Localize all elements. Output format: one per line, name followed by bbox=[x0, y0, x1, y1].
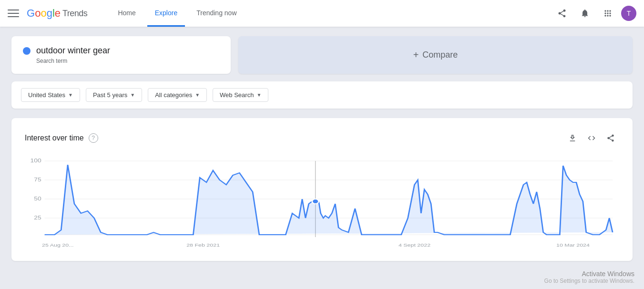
watermark-sub: Go to Settings to activate Windows. bbox=[544, 278, 634, 284]
chart-section: Interest over time ? bbox=[11, 118, 633, 261]
chart-share-button[interactable] bbox=[602, 130, 619, 147]
nav-explore[interactable]: Explore bbox=[147, 0, 185, 27]
search-term-row: outdoor winter gear bbox=[23, 46, 219, 56]
search-term-text: outdoor winter gear bbox=[36, 46, 110, 56]
chart-title: Interest over time bbox=[25, 134, 84, 142]
svg-text:25 Aug 20...: 25 Aug 20... bbox=[42, 243, 73, 248]
chart-actions bbox=[564, 130, 619, 147]
nav-home[interactable]: Home bbox=[110, 0, 143, 27]
filter-search-type[interactable]: Web Search ▼ bbox=[213, 88, 268, 102]
embed-button[interactable] bbox=[583, 130, 600, 147]
svg-text:100: 100 bbox=[31, 158, 41, 164]
watermark: Activate Windows Go to Settings to activ… bbox=[544, 270, 634, 284]
menu-icon[interactable] bbox=[8, 8, 19, 19]
logo-trends-text: Trends bbox=[62, 9, 87, 19]
filter-time[interactable]: Past 5 years ▼ bbox=[86, 88, 142, 102]
category-dropdown-arrow: ▼ bbox=[195, 92, 200, 98]
filter-category[interactable]: All categories ▼ bbox=[148, 88, 207, 102]
svg-text:50: 50 bbox=[34, 196, 41, 202]
svg-text:75: 75 bbox=[34, 177, 41, 183]
search-dot bbox=[23, 47, 31, 55]
time-dropdown-arrow: ▼ bbox=[130, 92, 135, 98]
chart-container: 100 75 50 25 25 Aug 20... 28 Feb 2021 4 … bbox=[25, 156, 619, 251]
header-right: T bbox=[552, 4, 636, 23]
download-button[interactable] bbox=[564, 130, 581, 147]
svg-text:25: 25 bbox=[34, 215, 41, 221]
tooltip-dot bbox=[312, 199, 319, 204]
main-nav: Home Explore Trending now bbox=[110, 0, 244, 27]
plus-icon: + bbox=[413, 50, 419, 60]
chart-title-row: Interest over time ? bbox=[25, 133, 98, 143]
search-box: outdoor winter gear Search term bbox=[11, 36, 231, 74]
nav-trending[interactable]: Trending now bbox=[189, 0, 244, 27]
compare-box[interactable]: + Compare bbox=[238, 36, 633, 74]
apps-button[interactable] bbox=[598, 4, 617, 23]
avatar[interactable]: T bbox=[621, 6, 636, 21]
svg-text:10 Mar 2024: 10 Mar 2024 bbox=[556, 243, 590, 248]
notification-button[interactable] bbox=[575, 4, 594, 23]
share-button[interactable] bbox=[552, 4, 572, 23]
watermark-title: Activate Windows bbox=[544, 270, 634, 278]
filter-region[interactable]: United States ▼ bbox=[21, 88, 80, 102]
search-type-text: Search term bbox=[36, 58, 219, 64]
svg-text:4 Sept 2022: 4 Sept 2022 bbox=[399, 243, 430, 248]
logo[interactable]: Google Trends bbox=[27, 7, 87, 20]
compare-label: Compare bbox=[422, 50, 458, 60]
search-type-dropdown-arrow: ▼ bbox=[256, 92, 261, 98]
help-icon[interactable]: ? bbox=[89, 133, 98, 143]
header-left: Google Trends Home Explore Trending now bbox=[8, 0, 245, 27]
compare-content: + Compare bbox=[413, 50, 458, 60]
chart-header: Interest over time ? bbox=[25, 130, 619, 147]
region-dropdown-arrow: ▼ bbox=[68, 92, 73, 98]
main-content: outdoor winter gear Search term + Compar… bbox=[0, 27, 644, 270]
interest-chart: 100 75 50 25 25 Aug 20... 28 Feb 2021 4 … bbox=[25, 156, 619, 251]
search-section: outdoor winter gear Search term + Compar… bbox=[11, 36, 633, 74]
svg-text:28 Feb 2021: 28 Feb 2021 bbox=[186, 243, 220, 248]
filter-row: United States ▼ Past 5 years ▼ All categ… bbox=[11, 81, 633, 109]
header: Google Trends Home Explore Trending now … bbox=[0, 0, 644, 27]
